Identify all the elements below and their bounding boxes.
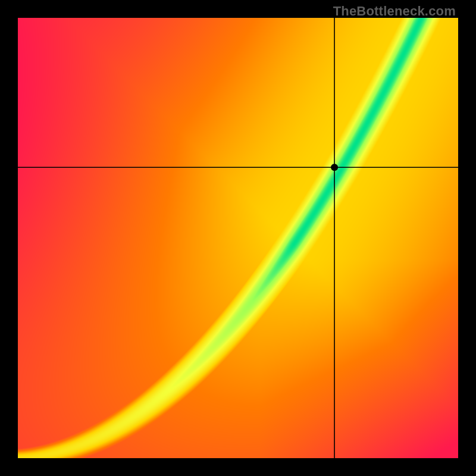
heatmap-area [18,18,458,458]
heatmap-canvas [18,18,458,458]
chart-frame: TheBottleneck.com [0,0,476,476]
watermark-text: TheBottleneck.com [333,4,456,19]
